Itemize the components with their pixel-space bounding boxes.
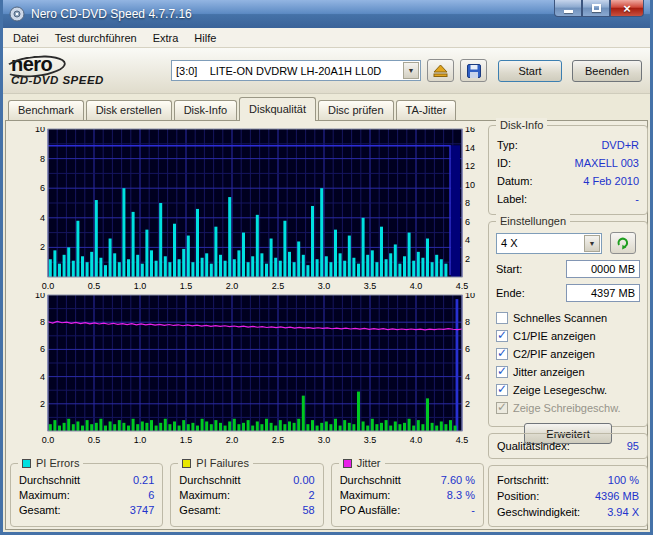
- tab-disk-info[interactable]: Disk-Info: [174, 100, 237, 120]
- menu-item-test-durchfuehren[interactable]: Test durchführen: [47, 30, 145, 46]
- svg-text:3.0: 3.0: [318, 281, 331, 291]
- quality-index-value: 95: [627, 440, 639, 452]
- svg-text:3.0: 3.0: [318, 435, 331, 445]
- settings-title: Einstellungen: [496, 214, 570, 228]
- svg-text:8: 8: [40, 317, 45, 327]
- position-row: Position: 4396 MB: [489, 488, 647, 504]
- disk-info-row-typ: Typ: DVD+R: [489, 136, 647, 154]
- stats-pi-errors: PI Errors Durchschnitt0.21 Maximum:6 Ges…: [10, 463, 163, 527]
- refresh-button[interactable]: [610, 232, 636, 254]
- maximize-icon: [592, 4, 601, 12]
- tab-diskqualitaet[interactable]: Diskqualität: [239, 97, 316, 121]
- menu-item-hilfe[interactable]: Hilfe: [186, 30, 224, 46]
- speed-select-value: 4 X: [497, 237, 583, 249]
- refresh-icon: [616, 236, 630, 250]
- tab-disk-erstellen[interactable]: Disk erstellen: [86, 100, 172, 120]
- progress-row: Fortschritt: 100 %: [489, 472, 647, 488]
- svg-text:2.5: 2.5: [272, 281, 285, 291]
- quality-index-label: Qualitätsindex:: [497, 440, 570, 452]
- scan-start-row: Start: 0000 MB: [496, 260, 640, 278]
- svg-text:2: 2: [465, 399, 470, 409]
- minimize-icon: [564, 10, 573, 13]
- menu-bar: Datei Test durchführen Extra Hilfe: [3, 28, 650, 48]
- svg-text:12: 12: [465, 161, 475, 171]
- svg-text:4.0: 4.0: [410, 435, 423, 445]
- maximize-button[interactable]: [582, 0, 610, 17]
- dropdown-arrow-icon[interactable]: ▼: [403, 62, 419, 79]
- window-title: Nero CD-DVD Speed 4.7.7.16: [31, 7, 192, 21]
- svg-text:1.0: 1.0: [134, 281, 147, 291]
- svg-text:8: 8: [465, 198, 470, 208]
- svg-text:6: 6: [465, 217, 470, 227]
- svg-text:2: 2: [40, 399, 45, 409]
- close-button[interactable]: ×: [610, 0, 644, 17]
- save-button[interactable]: [460, 59, 487, 82]
- svg-text:16: 16: [465, 127, 475, 134]
- disk-info-panel: Disk-Info Typ: DVD+R ID: MAXELL 003 Datu…: [488, 125, 648, 215]
- jitter-chart: 1086421086420.00.51.01.52.02.53.03.54.04…: [18, 293, 488, 447]
- tab-benchmark[interactable]: Benchmark: [8, 100, 84, 120]
- svg-text:2.5: 2.5: [272, 435, 285, 445]
- minimize-button[interactable]: [554, 0, 582, 17]
- svg-text:14: 14: [465, 143, 475, 153]
- tab-disc-pruefen[interactable]: Disc prüfen: [318, 100, 394, 120]
- svg-text:0.0: 0.0: [42, 281, 55, 291]
- svg-text:2: 2: [465, 254, 470, 264]
- svg-text:3.5: 3.5: [364, 435, 377, 445]
- svg-text:2: 2: [40, 242, 45, 252]
- svg-text:4: 4: [40, 372, 45, 382]
- disk-info-row-id: ID: MAXELL 003: [489, 154, 647, 172]
- svg-text:6: 6: [465, 344, 470, 354]
- stats-pi-failures: PI Failures Durchschnitt0.00 Maximum:2 G…: [170, 463, 323, 527]
- menu-item-extra[interactable]: Extra: [145, 30, 187, 46]
- svg-text:3.5: 3.5: [364, 281, 377, 291]
- svg-text:4: 4: [40, 213, 45, 223]
- pi-failures-swatch-icon: [182, 459, 191, 468]
- disk-info-row-label: Label: -: [489, 190, 647, 208]
- statistics-row: PI Errors Durchschnitt0.21 Maximum:6 Ges…: [10, 463, 484, 527]
- start-button[interactable]: Start: [498, 60, 562, 82]
- tab-ta-jitter[interactable]: TA-Jitter: [396, 100, 457, 120]
- title-bar[interactable]: Nero CD-DVD Speed 4.7.7.16 ×: [3, 0, 650, 28]
- checkbox-c2-pif-anzeigen[interactable]: C2/PIF anzeigen: [496, 345, 640, 362]
- tab-strip: Benchmark Disk erstellen Disk-Info Diskq…: [3, 94, 650, 120]
- pi-errors-chart: 1086421614121086420.00.51.01.52.02.53.03…: [18, 127, 488, 293]
- svg-text:2.0: 2.0: [226, 435, 239, 445]
- checkbox-schnelles-scannen[interactable]: Schnelles Scannen: [496, 309, 640, 326]
- svg-text:4: 4: [465, 235, 470, 245]
- svg-text:1.0: 1.0: [134, 435, 147, 445]
- end-field[interactable]: 4397 MB: [566, 284, 640, 302]
- drive-selector-value: [3:0] LITE-ON DVDRW LH-20A1H LL0D: [172, 65, 402, 77]
- svg-text:6: 6: [40, 183, 45, 193]
- svg-text:0.5: 0.5: [88, 435, 101, 445]
- speed-row: Geschwindigkeit: 3.94 X: [489, 504, 647, 520]
- quit-button[interactable]: Beenden: [572, 60, 642, 82]
- svg-text:0.5: 0.5: [88, 281, 101, 291]
- checkbox-c1-pie-anzeigen[interactable]: C1/PIE anzeigen: [496, 327, 640, 344]
- checkbox-icon: [496, 348, 508, 360]
- start-field[interactable]: 0000 MB: [566, 260, 640, 278]
- dropdown-arrow-icon[interactable]: ▼: [584, 235, 600, 252]
- progress-panel: Fortschritt: 100 % Position: 4396 MB Ges…: [488, 465, 648, 527]
- menu-item-datei[interactable]: Datei: [5, 30, 47, 46]
- app-icon: [9, 6, 25, 22]
- checkbox-icon: [496, 312, 508, 324]
- svg-text:0.0: 0.0: [42, 435, 55, 445]
- svg-text:1.5: 1.5: [180, 281, 193, 291]
- svg-text:10: 10: [35, 293, 45, 300]
- speed-select[interactable]: 4 X ▼: [496, 233, 602, 254]
- svg-text:6: 6: [40, 344, 45, 354]
- svg-text:4: 4: [465, 372, 470, 382]
- window-controls: ×: [554, 0, 644, 17]
- svg-text:4.0: 4.0: [410, 281, 423, 291]
- drive-selector[interactable]: [3:0] LITE-ON DVDRW LH-20A1H LL0D ▼: [171, 60, 421, 81]
- svg-text:10: 10: [35, 127, 45, 134]
- checkbox-jitter-anzeigen[interactable]: Jitter anzeigen: [496, 363, 640, 380]
- checkbox-zeige-lesegeschw[interactable]: Zeige Lesegeschw.: [496, 381, 640, 398]
- quality-index-panel: Qualitätsindex: 95: [488, 433, 648, 459]
- svg-text:10: 10: [465, 180, 475, 190]
- eject-icon: [433, 64, 448, 77]
- svg-text:8: 8: [465, 317, 470, 327]
- eject-button[interactable]: [427, 59, 454, 82]
- toolbar: nero CD-DVD SPEED [3:0] LITE-ON DVDRW LH…: [3, 48, 650, 94]
